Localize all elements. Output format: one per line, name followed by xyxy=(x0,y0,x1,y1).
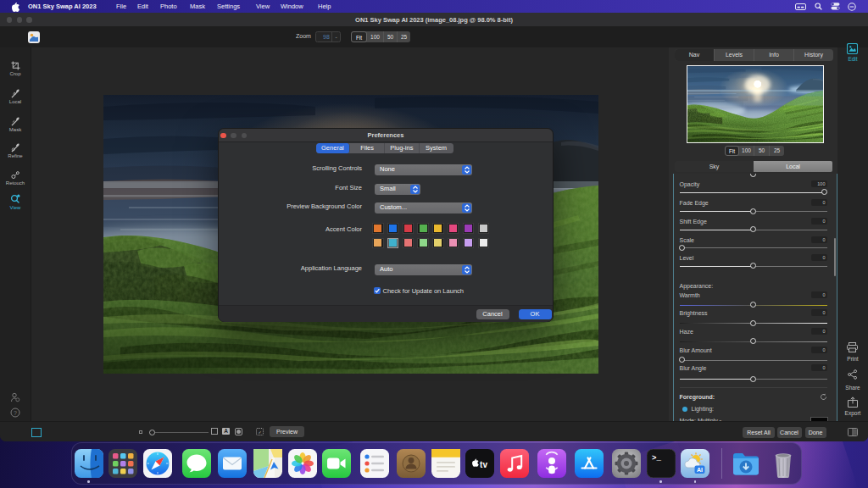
svg-text:?: ? xyxy=(14,410,17,416)
svg-text:AI: AI xyxy=(697,467,703,473)
svg-text:tv: tv xyxy=(480,460,487,469)
svg-text:>_: >_ xyxy=(652,454,661,463)
